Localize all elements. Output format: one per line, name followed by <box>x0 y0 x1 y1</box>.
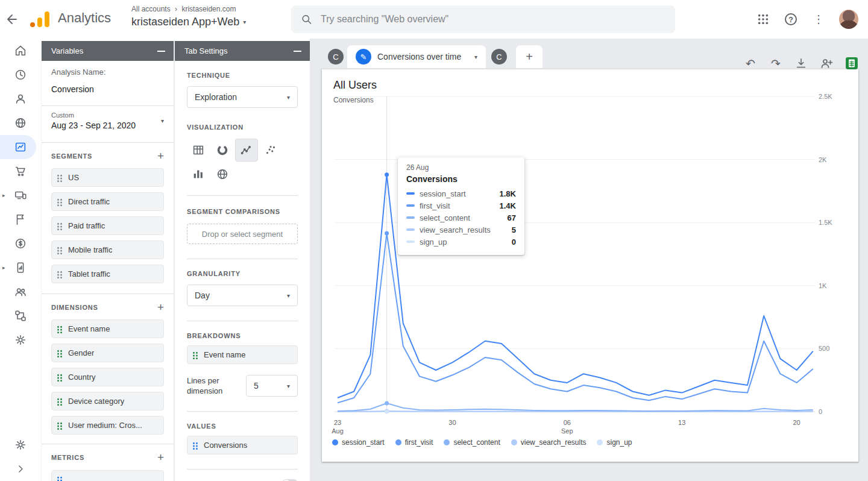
settings-gear-icon[interactable] <box>0 433 41 457</box>
breadcrumb-separator: › <box>175 5 177 13</box>
segment-chip[interactable]: US <box>51 168 164 187</box>
legend-item[interactable]: first_visit <box>395 438 433 447</box>
help-icon[interactable]: ? <box>784 12 798 27</box>
account-switcher[interactable]: kristaseiden App+Web ▾ <box>131 16 246 28</box>
analysis-name-value[interactable]: Conversion <box>51 84 164 94</box>
tooltip-title: Conversions <box>406 174 516 184</box>
viz-line-chart-icon[interactable] <box>235 139 258 162</box>
explore-analysis-icon[interactable] <box>0 135 41 159</box>
flag-icon[interactable] <box>0 207 41 231</box>
date-range-type: Custom <box>51 112 136 119</box>
breadcrumb-account[interactable]: kristaseiden.com <box>181 5 236 13</box>
drag-handle-icon[interactable] <box>57 373 63 382</box>
viz-donut-icon[interactable] <box>211 139 234 162</box>
add-segment-button[interactable]: + <box>157 150 164 162</box>
drag-handle-icon[interactable] <box>57 246 63 254</box>
realtime-clock-icon[interactable] <box>0 63 41 87</box>
lines-per-dimension-select[interactable]: 5 ▾ <box>246 375 298 397</box>
chevron-down-icon: ▾ <box>243 19 246 25</box>
user-icon[interactable] <box>0 87 41 111</box>
dimension-chip[interactable]: Country <box>51 368 164 386</box>
drag-handle-icon[interactable] <box>57 476 63 481</box>
back-arrow-icon[interactable] <box>5 12 19 27</box>
x-tick-label: 23 <box>334 419 341 426</box>
people-group-icon[interactable] <box>0 280 41 304</box>
chevron-down-icon: ▾ <box>161 118 164 124</box>
viz-bar-chart-icon[interactable] <box>187 163 210 186</box>
date-range-selector[interactable]: Custom Aug 23 - Sep 21, 2020 ▾ <box>42 106 174 142</box>
minimize-icon[interactable] <box>294 51 301 52</box>
expand-rail-icon[interactable] <box>0 457 41 481</box>
flow-paths-icon[interactable] <box>0 304 41 328</box>
drag-handle-icon[interactable] <box>57 349 63 357</box>
segment-chip[interactable]: Mobile traffic <box>51 241 164 259</box>
nav-rail: ▸ ▸ <box>0 39 41 481</box>
more-vert-icon[interactable]: ⋮ <box>811 12 826 27</box>
avatar[interactable] <box>839 10 858 29</box>
legend-item[interactable]: view_search_results <box>511 438 587 447</box>
viz-table-icon[interactable] <box>187 139 210 162</box>
breakdowns-label: BREAKDOWNS <box>187 332 298 339</box>
values-chip[interactable]: Conversions <box>187 436 298 454</box>
globe-icon[interactable] <box>0 111 41 135</box>
segments-label: SEGMENTS <box>51 152 92 160</box>
drag-handle-icon[interactable] <box>57 421 63 430</box>
segment-drop-zone[interactable]: Drop or select segment <box>187 224 298 244</box>
granularity-select[interactable]: Day ▾ <box>187 285 298 306</box>
technique-select[interactable]: Exploration ▾ <box>187 86 298 108</box>
chart-plot-area[interactable]: 2.5K2K1.5K1K500023Aug3006Sep1320 <box>322 69 858 443</box>
active-tab[interactable]: ✎ Conversions over time ▾ <box>347 45 486 68</box>
add-tab-button[interactable]: + <box>516 45 542 68</box>
monetization-icon[interactable] <box>0 231 41 256</box>
segment-chip[interactable]: Tablet traffic <box>51 265 164 283</box>
drag-handle-icon[interactable] <box>57 270 63 278</box>
apps-grid-icon[interactable] <box>756 12 770 27</box>
viz-scatter-icon[interactable] <box>259 139 282 162</box>
drag-handle-icon[interactable] <box>57 198 63 206</box>
dimension-chip[interactable]: Device category <box>51 392 164 410</box>
series-swatch <box>406 228 415 231</box>
lines-per-dimension-row: Lines per dimension 5 ▾ <box>187 375 298 397</box>
cart-icon[interactable] <box>0 159 41 183</box>
segment-chip[interactable]: Direct traffic <box>51 192 164 211</box>
expand-caret-icon[interactable]: ▸ <box>2 265 5 271</box>
search-bar[interactable] <box>291 5 675 33</box>
dimension-chip[interactable]: User medium: Cros... <box>51 416 164 435</box>
add-dimension-button[interactable]: + <box>157 301 164 313</box>
breadcrumb[interactable]: All accounts › kristaseiden.com <box>131 5 236 13</box>
home-icon[interactable] <box>0 39 41 63</box>
legend-item[interactable]: session_start <box>332 438 385 447</box>
config-gear-icon[interactable] <box>0 328 41 352</box>
series-swatch <box>406 192 415 195</box>
devices-icon[interactable]: ▸ <box>0 183 41 207</box>
mobile-analytics-icon[interactable]: ▸ <box>0 256 41 280</box>
metric-chip-partial[interactable] <box>51 470 164 481</box>
tab-settings-panel: Tab Settings TECHNIQUE Exploration ▾ VIS… <box>175 41 310 481</box>
viz-geo-map-icon[interactable] <box>211 163 234 186</box>
legend-item[interactable]: sign_up <box>597 438 632 447</box>
segment-chip[interactable]: Paid traffic <box>51 216 164 235</box>
breakdown-chip[interactable]: Event name <box>187 345 298 364</box>
drag-handle-icon[interactable] <box>57 222 63 230</box>
drag-handle-icon[interactable] <box>192 441 198 450</box>
dimension-chip[interactable]: Event name <box>51 319 164 338</box>
y-tick-label: 0 <box>819 408 822 415</box>
minimize-icon[interactable] <box>157 51 165 52</box>
expand-caret-icon[interactable]: ▸ <box>2 192 5 198</box>
legend-item[interactable]: select_content <box>444 438 500 447</box>
search-input[interactable] <box>319 13 665 25</box>
tab-avatar[interactable]: C <box>328 49 344 64</box>
chevron-down-icon[interactable]: ▾ <box>474 54 477 60</box>
drag-handle-icon[interactable] <box>57 174 63 182</box>
dimension-chip[interactable]: Gender <box>51 344 164 362</box>
chart-legend: session_start first_visit select_content… <box>332 438 632 447</box>
series-line <box>338 403 813 411</box>
series-swatch <box>406 241 415 243</box>
legend-dot <box>395 439 401 445</box>
drag-handle-icon[interactable] <box>57 325 63 333</box>
breadcrumb-all-accounts[interactable]: All accounts <box>131 5 171 13</box>
add-metric-button[interactable]: + <box>157 451 164 463</box>
drag-handle-icon[interactable] <box>192 351 198 359</box>
drag-handle-icon[interactable] <box>57 397 63 406</box>
tab-avatar[interactable]: C <box>491 49 507 64</box>
